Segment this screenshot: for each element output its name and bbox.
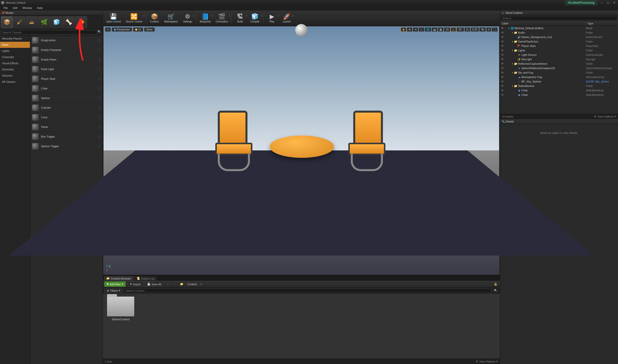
- visibility-toggle-icon[interactable]: 👁: [500, 36, 505, 39]
- viewport-show-button[interactable]: Show: [144, 27, 155, 32]
- info-icon[interactable]: ⓘ: [98, 67, 101, 71]
- dropdown-caret-icon[interactable]: ▾: [293, 15, 294, 17]
- place-item-empty-character[interactable]: Empty Characterⓘ: [30, 45, 103, 55]
- toolbar-marketplace-button[interactable]: 🛒Marketplace: [162, 10, 180, 25]
- place-item-box-trigger[interactable]: Box Triggerⓘ: [30, 132, 103, 142]
- mode-tab-place[interactable]: 📦▾: [1, 16, 13, 28]
- details-header[interactable]: 🔧 Details: [500, 119, 618, 124]
- mode-tab-brush[interactable]: 🧊: [50, 16, 62, 28]
- dropdown-caret-icon[interactable]: ▾: [194, 15, 195, 17]
- breadcrumb-root-icon[interactable]: 📁: [179, 283, 184, 286]
- mode-tab-geometry[interactable]: 🔶: [75, 16, 87, 28]
- category-lights[interactable]: Lights: [0, 48, 30, 54]
- coord-space-button[interactable]: 🌐: [425, 27, 431, 32]
- visibility-toggle-icon[interactable]: 👁: [500, 40, 505, 43]
- dropdown-caret-icon[interactable]: ▾: [261, 15, 262, 17]
- visibility-toggle-icon[interactable]: 👁: [500, 71, 505, 74]
- toolbar-source-control-button[interactable]: 🔀Source Control▾: [123, 10, 145, 25]
- viewport-perspective-button[interactable]: Perspective: [112, 27, 132, 32]
- tree-row[interactable]: 👁▾📁GamePlayActorsFolder: [500, 39, 618, 44]
- mode-tab-landscape[interactable]: ⛰: [26, 16, 38, 28]
- visibility-toggle-icon[interactable]: 👁: [500, 53, 505, 56]
- outliner-col-label[interactable]: Label: [500, 21, 586, 26]
- outliner-col-type[interactable]: Type: [586, 21, 618, 26]
- search-content-input[interactable]: [124, 288, 491, 293]
- search-classes-input[interactable]: [1, 30, 97, 35]
- toolbar-settings-button[interactable]: ⚙Settings▾: [180, 10, 195, 25]
- visibility-toggle-icon[interactable]: 👁: [500, 27, 505, 30]
- tree-row[interactable]: 👁○BP_Sky_SphereEdit BP_Sky_Sphere: [500, 79, 618, 84]
- minimize-button[interactable]: ─: [599, 1, 605, 4]
- camera-speed-value[interactable]: 4: [486, 27, 491, 32]
- outliner-header[interactable]: 🗂 World Outliner: [500, 10, 618, 15]
- mode-tab-paint[interactable]: 🖌: [13, 16, 25, 28]
- expand-icon[interactable]: ▾: [511, 31, 514, 34]
- mode-tab-mesh[interactable]: 🦴: [63, 16, 75, 28]
- category-geometry[interactable]: Geometry: [0, 66, 30, 73]
- toolbar-compile-button[interactable]: 🧊Compile▾: [247, 10, 262, 25]
- add-new-button[interactable]: ✚ Add New ▾: [104, 282, 126, 287]
- tree-row[interactable]: 👁◆ChairStaticMeshActor: [500, 93, 618, 97]
- angle-snap-toggle[interactable]: △: [451, 27, 456, 32]
- surface-snap-button[interactable]: ⬓: [432, 27, 437, 32]
- tree-row[interactable]: 👁▾📁ReflectionCaptureActorsFolder: [500, 61, 618, 66]
- place-item-sphere[interactable]: Sphereⓘ: [30, 93, 103, 103]
- place-item-empty-actor[interactable]: Empty Actorⓘ: [30, 36, 103, 45]
- transform-rotate-button[interactable]: ⟲: [413, 27, 418, 32]
- tree-row[interactable]: 👁✨SkyLightSkyLight: [500, 57, 618, 61]
- dropdown-caret-icon[interactable]: ▾: [143, 15, 144, 17]
- expand-icon[interactable]: ▾: [511, 84, 514, 88]
- visibility-toggle-icon[interactable]: 👁: [500, 84, 505, 87]
- tree-row[interactable]: 👁🔊Starter_Background_CueAmbientSound: [500, 35, 618, 39]
- angle-snap-value[interactable]: 10°: [457, 27, 464, 32]
- close-button[interactable]: ✕: [612, 1, 617, 4]
- lock-button[interactable]: 🔓: [493, 283, 498, 286]
- info-icon[interactable]: ⓘ: [98, 87, 101, 90]
- dropdown-caret-icon[interactable]: ▾: [246, 15, 247, 17]
- search-content-icon[interactable]: 🔍: [493, 289, 498, 292]
- toolbar-content-button[interactable]: 📦Content: [147, 10, 162, 25]
- visibility-toggle-icon[interactable]: 👁: [500, 80, 505, 83]
- menu-help[interactable]: Help: [35, 6, 45, 10]
- place-item-player-start[interactable]: Player Startⓘ: [30, 74, 103, 84]
- info-icon[interactable]: ⓘ: [98, 125, 101, 129]
- info-icon[interactable]: ⓘ: [98, 96, 101, 100]
- grid-snap-value[interactable]: 10: [444, 27, 450, 32]
- menu-edit[interactable]: Edit: [10, 6, 20, 10]
- content-grid[interactable]: StarterContent: [103, 294, 500, 359]
- menu-window[interactable]: Window: [20, 6, 35, 10]
- filters-button[interactable]: ▼ Filters ▾: [104, 288, 122, 293]
- place-item-sphere-trigger[interactable]: Sphere Triggerⓘ: [30, 142, 103, 151]
- place-item-cone[interactable]: Coneⓘ: [30, 113, 103, 122]
- viewport-maximize-button[interactable]: ⛶: [492, 27, 498, 32]
- dropdown-caret-icon[interactable]: ▾: [278, 15, 279, 17]
- viewport-menu-button[interactable]: ▾: [105, 27, 111, 32]
- category-all-classes[interactable]: All Classes: [0, 79, 30, 85]
- visibility-toggle-icon[interactable]: 👁: [500, 62, 505, 65]
- category-volumes[interactable]: Volumes: [0, 73, 30, 79]
- nav-back-button[interactable]: ←: [166, 283, 170, 286]
- visibility-toggle-icon[interactable]: 👁: [500, 76, 505, 79]
- info-icon[interactable]: ⓘ: [98, 106, 101, 110]
- category-cinematic[interactable]: Cinematic: [0, 54, 30, 60]
- tree-row[interactable]: 👁▾📁AudioFolder: [500, 30, 618, 35]
- info-icon[interactable]: ⓘ: [98, 144, 101, 148]
- dropdown-caret-icon[interactable]: ▾: [212, 15, 213, 17]
- visibility-toggle-icon[interactable]: 👁: [500, 67, 505, 70]
- visibility-toggle-icon[interactable]: 👁: [500, 49, 505, 52]
- expand-icon[interactable]: ▾: [511, 71, 514, 74]
- viewport-scene[interactable]: z yx: [104, 26, 499, 274]
- place-item-plane[interactable]: Planeⓘ: [30, 122, 103, 132]
- tab-output-log[interactable]: 📜Output Log: [134, 276, 157, 281]
- toolbar-save-current-button[interactable]: 💾Save Current: [104, 10, 123, 25]
- tree-row[interactable]: 👁▾🌐Minimal_Default (Editor)World: [500, 26, 618, 30]
- info-icon[interactable]: ⓘ: [98, 116, 101, 119]
- toolbar-launch-button[interactable]: 🚀Launch▾: [279, 10, 294, 25]
- expand-icon[interactable]: ▾: [511, 40, 514, 43]
- toolbar-blueprints-button[interactable]: 📘Blueprints▾: [197, 10, 213, 25]
- tree-row[interactable]: 👁●SphereReflectionCapture10SphereReflect…: [500, 66, 618, 70]
- plugin-badge[interactable]: IGLMeshProcessing: [565, 0, 597, 5]
- grid-snap-toggle[interactable]: ▦: [438, 27, 443, 32]
- folder-item[interactable]: StarterContent: [106, 297, 135, 321]
- visibility-toggle-icon[interactable]: 👁: [500, 58, 505, 61]
